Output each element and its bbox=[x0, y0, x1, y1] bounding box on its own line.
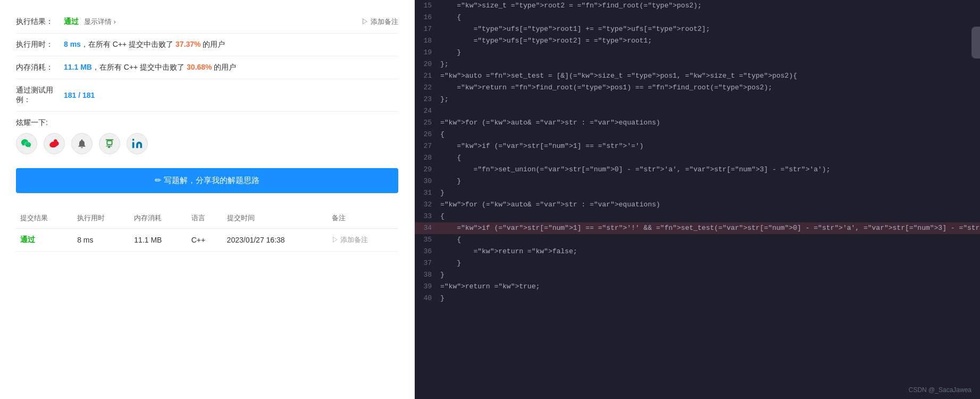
show-detail-link[interactable]: 显示详情 › bbox=[84, 17, 116, 27]
row-submitted: 2023/01/27 16:38 bbox=[223, 229, 328, 252]
line-content: } bbox=[440, 187, 980, 199]
code-line-25: 25="kw">for (="kw">auto& ="var">str : ="… bbox=[415, 117, 980, 129]
submissions-table: 提交结果 执行用时 内存消耗 语言 提交时间 备注 通过 8 ms 11.1 M… bbox=[16, 208, 398, 252]
line-number: 23 bbox=[415, 94, 440, 105]
share-section: 炫耀一下: bbox=[16, 112, 398, 159]
scroll-indicator[interactable] bbox=[971, 27, 980, 59]
col-lang: 语言 bbox=[187, 208, 223, 229]
line-number: 15 bbox=[415, 0, 440, 12]
memory-row: 内存消耗： 11.1 MB，在所有 C++ 提交中击败了 30.68% 的用户 bbox=[16, 56, 398, 79]
line-content: ="kw">if (="var">str[="num">1] == ="str"… bbox=[440, 140, 980, 152]
line-content: ="type">ufs[="type">root2] = ="type">roo… bbox=[440, 35, 980, 47]
code-line-36: 36 ="kw">return ="kw">false; bbox=[415, 246, 980, 257]
douban-share-icon[interactable] bbox=[99, 133, 120, 154]
line-content: { bbox=[440, 234, 980, 246]
test-cases-label: 通过测试用例： bbox=[16, 86, 64, 105]
code-line-22: 22 ="kw">return ="fn">find_root(="type">… bbox=[415, 82, 980, 94]
line-content: ="type">ufs[="type">root1] += ="type">uf… bbox=[440, 23, 980, 35]
line-number: 40 bbox=[415, 293, 440, 304]
code-line-38: 38} bbox=[415, 269, 980, 281]
add-note-header-button[interactable]: ▷ 添加备注 bbox=[362, 17, 398, 27]
line-content: }; bbox=[440, 59, 980, 70]
code-line-28: 28 { bbox=[415, 152, 980, 164]
exec-time-ms: 8 ms bbox=[64, 40, 81, 48]
col-result: 提交结果 bbox=[16, 208, 73, 229]
line-number: 29 bbox=[415, 164, 440, 176]
row-time: 8 ms bbox=[73, 229, 130, 252]
line-content: ="kw">if (="var">str[="num">1] == ="str"… bbox=[440, 222, 980, 234]
line-number: 31 bbox=[415, 187, 440, 199]
line-number: 33 bbox=[415, 211, 440, 222]
line-number: 27 bbox=[415, 140, 440, 152]
code-line-39: 39="kw">return ="kw">true; bbox=[415, 281, 980, 293]
add-note-cell-button[interactable]: ▷ 添加备注 bbox=[332, 235, 394, 245]
code-line-27: 27 ="kw">if (="var">str[="num">1] == ="s… bbox=[415, 140, 980, 152]
code-line-30: 30 } bbox=[415, 176, 980, 187]
code-line-24: 24 bbox=[415, 105, 980, 117]
line-content: ="kw">return ="kw">true; bbox=[440, 281, 980, 293]
code-line-16: 16 { bbox=[415, 12, 980, 23]
row-lang: C++ bbox=[187, 229, 223, 252]
bell-share-icon[interactable] bbox=[71, 133, 93, 154]
weibo-share-icon[interactable] bbox=[44, 133, 65, 154]
line-number: 16 bbox=[415, 12, 440, 23]
code-line-35: 35 { bbox=[415, 234, 980, 246]
code-line-20: 20}; bbox=[415, 59, 980, 70]
line-number: 20 bbox=[415, 59, 440, 70]
row-result: 通过 bbox=[16, 229, 73, 252]
code-editor[interactable]: 15 ="kw">size_t ="type">root2 = ="fn">fi… bbox=[415, 0, 980, 399]
code-line-23: 23}; bbox=[415, 94, 980, 105]
line-number: 24 bbox=[415, 105, 440, 117]
line-content: } bbox=[440, 47, 980, 59]
col-submitted: 提交时间 bbox=[223, 208, 328, 229]
memory-label: 内存消耗： bbox=[16, 63, 64, 72]
test-cases-row: 通过测试用例： 181 / 181 bbox=[16, 79, 398, 112]
code-line-17: 17 ="type">ufs[="type">root1] += ="type"… bbox=[415, 23, 980, 35]
code-line-15: 15 ="kw">size_t ="type">root2 = ="fn">fi… bbox=[415, 0, 980, 12]
code-line-33: 33{ bbox=[415, 211, 980, 222]
line-content: }; bbox=[440, 94, 980, 105]
line-number: 22 bbox=[415, 82, 440, 94]
line-number: 25 bbox=[415, 117, 440, 129]
code-line-40: 40} bbox=[415, 293, 980, 304]
line-number: 18 bbox=[415, 35, 440, 47]
line-content: ="kw">return ="kw">false; bbox=[440, 246, 980, 257]
row-note[interactable]: ▷ 添加备注 bbox=[328, 229, 398, 252]
linkedin-share-icon[interactable] bbox=[127, 133, 148, 154]
share-icons-container bbox=[16, 133, 398, 154]
line-content: { bbox=[440, 211, 980, 222]
code-line-32: 32="kw">for (="kw">auto& ="var">str : ="… bbox=[415, 199, 980, 211]
svg-point-2 bbox=[132, 139, 135, 141]
left-panel: 执行结果： 通过 显示详情 › ▷ 添加备注 执行用时： 8 ms，在所有 C+… bbox=[0, 0, 415, 399]
line-content: ="kw">auto ="fn">set_test = [&](="kw">si… bbox=[440, 70, 980, 82]
line-number: 17 bbox=[415, 23, 440, 35]
line-content: ="kw">for (="kw">auto& ="var">str : ="va… bbox=[440, 199, 980, 211]
memory-mb: 11.1 MB bbox=[64, 63, 92, 71]
line-content: { bbox=[440, 12, 980, 23]
code-line-18: 18 ="type">ufs[="type">root2] = ="type">… bbox=[415, 35, 980, 47]
execution-result-row: 执行结果： 通过 显示详情 › ▷ 添加备注 bbox=[16, 11, 398, 34]
line-number: 35 bbox=[415, 234, 440, 246]
line-number: 39 bbox=[415, 281, 440, 293]
line-content: } bbox=[440, 257, 980, 269]
share-label: 炫耀一下: bbox=[16, 118, 398, 128]
line-content: ="kw">size_t ="type">root2 = ="fn">find_… bbox=[440, 0, 980, 12]
row-memory: 11.1 MB bbox=[130, 229, 187, 252]
line-content: } bbox=[440, 176, 980, 187]
watermark: CSDN @_SacaJawea bbox=[909, 386, 971, 394]
wechat-share-icon[interactable] bbox=[16, 133, 37, 154]
code-line-21: 21="kw">auto ="fn">set_test = [&](="kw">… bbox=[415, 70, 980, 82]
line-number: 28 bbox=[415, 152, 440, 164]
write-solution-button[interactable]: ✏ 写题解，分享我的解题思路 bbox=[16, 168, 398, 193]
col-note: 备注 bbox=[328, 208, 398, 229]
code-panel: 15 ="kw">size_t ="type">root2 = ="fn">fi… bbox=[415, 0, 980, 399]
code-line-31: 31} bbox=[415, 187, 980, 199]
line-number: 37 bbox=[415, 257, 440, 269]
status-badge: 通过 bbox=[64, 17, 79, 27]
memory-value: 11.1 MB，在所有 C++ 提交中击败了 30.68% 的用户 bbox=[64, 63, 398, 72]
line-number: 26 bbox=[415, 129, 440, 140]
exec-time-row: 执行用时： 8 ms，在所有 C++ 提交中击败了 37.37% 的用户 bbox=[16, 34, 398, 56]
line-content: ="fn">set_union(="var">str[="num">0] - =… bbox=[440, 164, 980, 176]
line-number: 30 bbox=[415, 176, 440, 187]
line-number: 36 bbox=[415, 246, 440, 257]
